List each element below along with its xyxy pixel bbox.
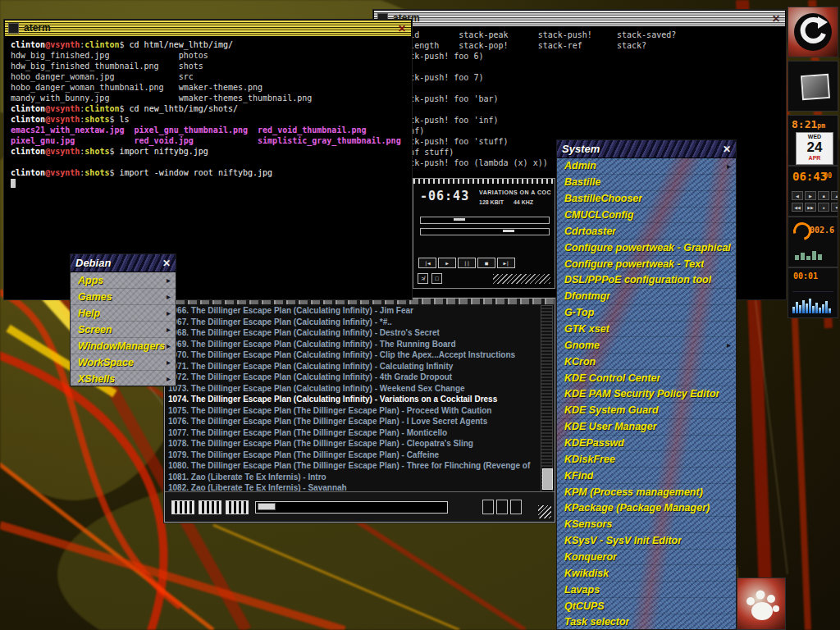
playlist-scrollbar[interactable] [541,305,553,494]
xmms-transport-button[interactable]: ■ [477,258,495,268]
menu-item-gtk-xset[interactable]: GTK xset [557,322,736,338]
menu-item-windowmanagers[interactable]: WindowManagers▸ [71,338,176,354]
player-button[interactable]: ◀ [792,191,803,200]
player-button[interactable]: ● [818,203,829,212]
playlist-select-button[interactable] [226,500,249,514]
xmms-volume-slider[interactable] [420,228,550,235]
menu-item-kdepasswd[interactable]: KDEPasswd [557,436,736,452]
playlist-misc-button[interactable] [510,500,522,514]
xmms-transport-button[interactable]: ▶ [438,258,456,268]
menu-item-dfontmgr[interactable]: Dfontmgr [557,289,736,305]
menu-item-apps[interactable]: Apps▸ [71,272,176,289]
xmms-titlebar[interactable] [413,179,555,184]
menu-item-bastille[interactable]: Bastille [557,175,736,191]
menu-item-admin[interactable]: Admin▸ [557,158,736,175]
menu-item-configure-powertweak-graphical[interactable]: Configure powertweak - Graphical [557,240,736,256]
menu-item-games[interactable]: Games▸ [71,289,176,305]
playlist-add-button[interactable] [171,500,194,514]
aterm-front-titlebar[interactable]: aterm ✕ [5,21,411,36]
xmms-mini-button[interactable]: □ [431,273,442,284]
dock-tile-clock[interactable]: 8:21pm WED 24 APR [788,115,838,166]
menu-item-kpm-process-management[interactable]: KPM (Process management) [557,484,736,500]
player-button[interactable]: ▲ [831,191,838,200]
menu-item-kde-system-guard[interactable]: KDE System Guard [557,403,736,419]
resize-grip-icon[interactable] [538,505,551,518]
player-button[interactable]: ■ [818,191,829,200]
dock-tile-paw[interactable] [737,578,786,630]
playlist-track[interactable]: 1072. The Dillinger Escape Plan (Calcula… [168,372,538,383]
menu-item-kde-control-center[interactable]: KDE Control Center [557,370,736,386]
playlist-remove-button[interactable] [199,500,221,514]
menu-item-dsl-pppoe-configuration-tool[interactable]: DSL/PPPoE configuration tool [557,272,736,289]
playlist-misc-button[interactable] [496,500,508,514]
menu-item-task-selector[interactable]: Task selector [557,614,736,630]
menu-item-kde-pam-security-policy-editor[interactable]: KDE PAM Security Policy Editor [557,386,736,403]
aterm-back-titlebar[interactable]: aterm ✕ [374,11,785,26]
dock-tile-swirl[interactable] [788,7,838,57]
playlist-track[interactable]: 1076. The Dillinger Escape Plan (The Dil… [168,416,538,427]
system-menu-titlebar[interactable]: System ✕ [557,140,736,158]
playlist-track[interactable]: 1068. The Dillinger Escape Plan (Calcula… [168,327,538,339]
playlist-track[interactable]: 1069. The Dillinger Escape Plan (Calcula… [168,339,538,350]
slider-handle[interactable] [503,230,514,232]
debian-menu-titlebar[interactable]: Debian ✕ [71,254,176,272]
xmms-transport-button[interactable]: |◀ [418,258,436,268]
slider-handle[interactable] [258,503,276,510]
menu-item-konqueror[interactable]: Konqueror [557,550,736,566]
menu-item-xshells[interactable]: XShells▸ [71,371,176,387]
menu-item-kpackage-package-manager[interactable]: KPackage (Package Manager) [557,500,736,517]
player-button[interactable]: ▶▶ [805,203,816,212]
player-button[interactable]: ▶ [805,191,816,200]
playlist-track[interactable]: 1077. The Dillinger Escape Plan (The Dil… [168,427,538,439]
player-button[interactable]: ◀◀ [792,203,803,212]
player-button[interactable]: ▼ [831,203,838,212]
menu-item-help[interactable]: Help▸ [71,305,176,322]
menu-item-bastillechooser[interactable]: BastilleChooser [557,191,736,208]
menu-item-kfind[interactable]: KFind [557,468,736,484]
playlist-track[interactable]: 1074. The Dillinger Escape Plan (Calcula… [168,394,538,405]
dock-tile-spectrum[interactable]: 00:01 [788,267,838,318]
dock-tile-monitor[interactable]: 002.6 [788,217,838,267]
terminal-content-front[interactable]: clinton@vsynth:clinton$ cd html/new_lhtb… [5,36,411,299]
playlist-track[interactable]: 1078. The Dillinger Escape Plan (The Dil… [168,438,538,450]
menu-item-g-top[interactable]: G-Top [557,305,736,322]
menu-item-kcron[interactable]: KCron [557,354,736,370]
menu-item-ksensors[interactable]: KSensors [557,517,736,533]
close-icon[interactable]: ✕ [723,144,731,155]
playlist-seek-slider[interactable] [255,501,448,514]
menu-item-gnome[interactable]: Gnome▸ [557,337,736,354]
menu-item-cmuclconfig[interactable]: CMUCLConfig [557,208,736,224]
xmms-transport-button[interactable]: ▶| [497,258,515,268]
playlist-track[interactable]: 1071. The Dillinger Escape Plan (Calcula… [168,361,538,372]
playlist-track[interactable]: 1080. The Dillinger Escape Plan (The Dil… [168,460,538,472]
close-icon[interactable]: ✕ [162,258,171,269]
xmms-mini-button[interactable]: ≯ [418,273,428,284]
menu-item-kde-user-manager[interactable]: KDE User Manager [557,419,736,436]
xmms-transport-button[interactable]: || [458,258,476,268]
slider-handle[interactable] [454,218,465,221]
menu-item-lavaps[interactable]: Lavaps [557,582,736,598]
menu-item-cdrtoaster[interactable]: Cdrtoaster [557,223,736,240]
menu-item-kwikdisk[interactable]: Kwikdisk [557,565,736,582]
playlist-track[interactable]: 1073. The Dillinger Escape Plan (Calcula… [168,383,538,395]
dock-tile-player-remote[interactable]: 06:43 00 ◀▶■▲◀◀▶▶●▼ [788,166,838,217]
menu-item-screen[interactable]: Screen▸ [71,322,176,338]
playlist-misc-button[interactable] [482,500,494,514]
close-icon[interactable]: ✕ [396,23,408,34]
menu-item-workspace[interactable]: WorkSpace▸ [71,354,176,371]
playlist-track[interactable]: 1081. Zao (Liberate Te Ex Infernis) - In… [168,472,538,483]
playlist-track[interactable]: 1079. The Dillinger Escape Plan (The Dil… [168,450,538,461]
menu-item-ksysv-sysv-init-editor[interactable]: KSysV - SysV Init Editor [557,533,736,550]
playlist-track[interactable]: 1066. The Dillinger Escape Plan (Calcula… [168,305,538,317]
xmms-seek-slider[interactable] [420,217,550,224]
playlist-track[interactable]: 1067. The Dillinger Escape Plan (Calcula… [168,317,538,328]
playlist-track[interactable]: 1075. The Dillinger Escape Plan (The Dil… [168,405,538,417]
menu-item-kdiskfree[interactable]: KDiskFree [557,451,736,468]
playlist-track[interactable]: 1070. The Dillinger Escape Plan (Calcula… [168,349,538,361]
menu-item-qtcups[interactable]: QtCUPS [557,598,736,614]
playlist-titlebar[interactable] [165,299,555,304]
scrollbar-handle[interactable] [542,468,553,490]
menu-item-configure-powertweak-text[interactable]: Configure powertweak - Text [557,256,736,272]
dock-tile-image-viewer[interactable] [788,61,838,112]
close-icon[interactable]: ✕ [770,13,782,25]
